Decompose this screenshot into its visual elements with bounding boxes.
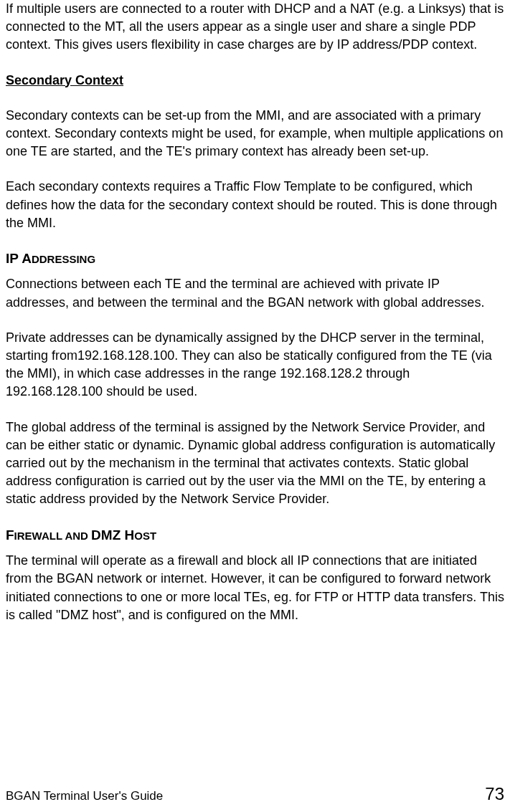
- paragraph-ip-3: The global address of the terminal is as…: [6, 419, 504, 509]
- heading-firewall-dmz: FIREWALL AND DMZ HOST: [6, 526, 504, 545]
- heading-ip-first: IP A: [6, 251, 32, 266]
- page-footer: BGAN Terminal User's Guide 73: [6, 782, 504, 806]
- paragraph-intro: If multiple users are connected to a rou…: [6, 0, 504, 54]
- heading-firewall-p1a: F: [6, 527, 14, 543]
- heading-firewall-p1b: IREWALL AND: [14, 530, 92, 542]
- heading-firewall-p2b: OST: [134, 530, 156, 542]
- heading-ip-rest: DDRESSING: [32, 253, 95, 265]
- paragraph-secondary-1: Secondary contexts can be set-up from th…: [6, 107, 504, 161]
- paragraph-secondary-2: Each secondary contexts requires a Traff…: [6, 178, 504, 232]
- heading-ip-addressing: IP ADDRESSING: [6, 249, 504, 269]
- paragraph-ip-1: Connections between each TE and the term…: [6, 275, 504, 311]
- paragraph-firewall: The terminal will operate as a firewall …: [6, 552, 504, 624]
- heading-firewall-p2a: DMZ H: [91, 527, 134, 543]
- paragraph-ip-2: Private addresses can be dynamically ass…: [6, 329, 504, 401]
- page-number: 73: [485, 782, 504, 806]
- footer-title: BGAN Terminal User's Guide: [6, 788, 163, 805]
- heading-secondary-context: Secondary Context: [6, 72, 504, 90]
